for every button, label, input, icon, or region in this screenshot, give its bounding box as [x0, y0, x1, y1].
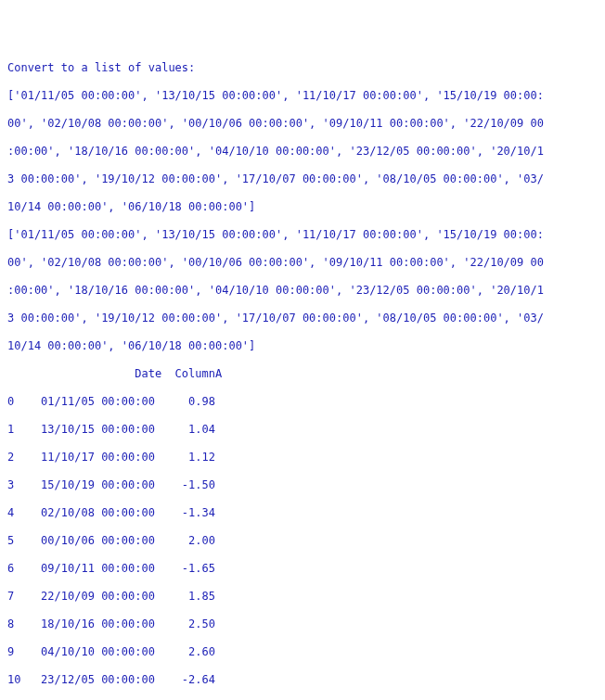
table-row: 2 11/10/17 00:00:00 1.12: [7, 451, 598, 465]
table-row: 0 01/11/05 00:00:00 0.98: [7, 395, 598, 409]
table-row: 7 22/10/09 00:00:00 1.85: [7, 590, 598, 604]
table-row: 1 13/10/15 00:00:00 1.04: [7, 423, 598, 437]
list1-line-4: 10/14 00:00:00', '06/10/18 00:00:00']: [7, 200, 598, 214]
list2-line-4: 10/14 00:00:00', '06/10/18 00:00:00']: [7, 339, 598, 353]
table-row: 9 04/10/10 00:00:00 2.60: [7, 645, 598, 659]
table-row: 6 09/10/11 00:00:00 -1.65: [7, 562, 598, 576]
list1-line-1: 00', '02/10/08 00:00:00', '00/10/06 00:0…: [7, 117, 598, 131]
list1-line-2: :00:00', '18/10/16 00:00:00', '04/10/10 …: [7, 145, 598, 159]
list2-line-2: :00:00', '18/10/16 00:00:00', '04/10/10 …: [7, 284, 598, 298]
table-row: 10 23/12/05 00:00:00 -2.64: [7, 673, 598, 687]
list1-line-0: ['01/11/05 00:00:00', '13/10/15 00:00:00…: [7, 89, 598, 103]
list2-line-1: 00', '02/10/08 00:00:00', '00/10/06 00:0…: [7, 256, 598, 270]
table1-header: Date ColumnA: [7, 367, 598, 381]
table-row: 3 15/10/19 00:00:00 -1.50: [7, 478, 598, 492]
list2-line-3: 3 00:00:00', '19/10/12 00:00:00', '17/10…: [7, 312, 598, 325]
output-heading: Convert to a list of values:: [7, 61, 598, 75]
table-row: 4 02/10/08 00:00:00 -1.34: [7, 506, 598, 520]
table-row: 5 00/10/06 00:00:00 2.00: [7, 534, 598, 548]
list1-line-3: 3 00:00:00', '19/10/12 00:00:00', '17/10…: [7, 172, 598, 186]
table-row: 8 18/10/16 00:00:00 2.50: [7, 617, 598, 631]
list2-line-0: ['01/11/05 00:00:00', '13/10/15 00:00:00…: [7, 228, 598, 242]
